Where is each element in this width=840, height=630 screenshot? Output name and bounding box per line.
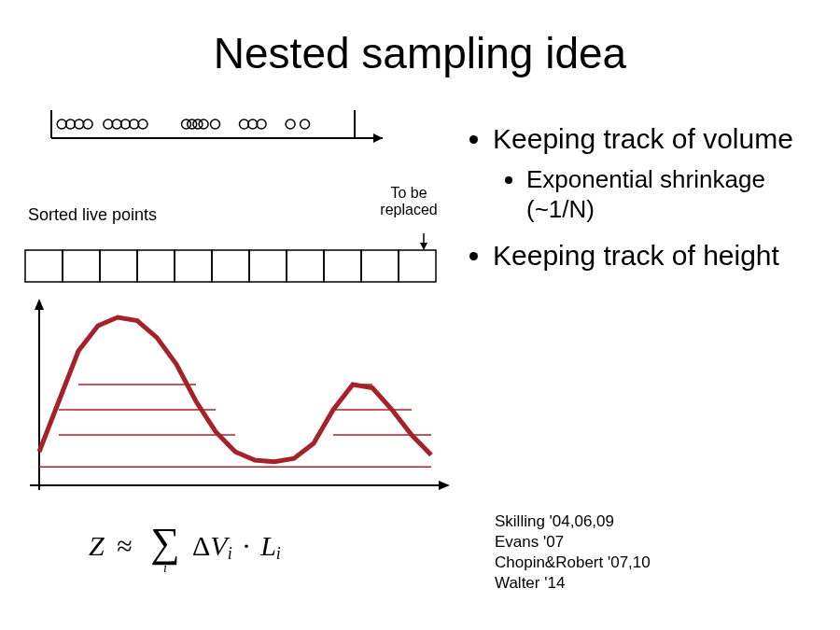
ref-chopin-robert: Chopin&Robert '07,10 — [495, 553, 651, 573]
bullet-height: Keeping track of height — [493, 238, 812, 273]
svg-point-16 — [199, 119, 208, 129]
svg-rect-33 — [399, 250, 436, 282]
svg-marker-39 — [439, 481, 450, 490]
svg-rect-25 — [100, 250, 137, 282]
svg-marker-37 — [35, 299, 44, 310]
formula-V: V — [210, 530, 227, 561]
svg-point-12 — [138, 119, 147, 129]
references: Skilling '04,06,09 Evans '07 Chopin&Robe… — [495, 511, 651, 594]
svg-rect-24 — [63, 250, 100, 282]
evidence-approx-formula: Z ≈ ∑ i ΔVi · Li — [89, 523, 281, 575]
svg-point-9 — [112, 119, 121, 129]
bullet-exp-shrinkage: Exponential shrinkage (~1/N) — [526, 164, 812, 225]
live-points-boxes — [21, 233, 459, 289]
to-replace-line2: replaced — [380, 202, 437, 217]
svg-rect-30 — [287, 250, 324, 282]
ref-skilling: Skilling '04,06,09 — [495, 511, 651, 532]
summation-symbol: ∑ i — [150, 523, 179, 575]
svg-point-5 — [66, 119, 76, 129]
svg-point-11 — [130, 119, 139, 129]
to-replace-line1: To be — [390, 185, 427, 201]
to-be-replaced-label: To be replaced — [371, 185, 446, 217]
sigma-icon: ∑ — [150, 523, 179, 564]
svg-point-22 — [301, 119, 310, 129]
formula-Z: Z — [89, 530, 105, 561]
sorted-points-label: Sorted live points — [28, 205, 157, 225]
svg-point-17 — [211, 119, 220, 129]
svg-rect-27 — [175, 250, 212, 282]
svg-rect-32 — [361, 250, 399, 282]
svg-point-7 — [83, 119, 92, 129]
svg-rect-28 — [212, 250, 249, 282]
svg-point-20 — [257, 119, 266, 129]
svg-point-8 — [104, 119, 113, 129]
bullet-volume: Keeping track of volume Exponential shri… — [493, 121, 812, 225]
bullet-list: Keeping track of volume Exponential shri… — [467, 121, 812, 278]
svg-rect-23 — [25, 250, 63, 282]
svg-rect-29 — [249, 250, 287, 282]
svg-point-4 — [57, 119, 66, 129]
svg-point-21 — [286, 119, 295, 129]
svg-marker-35 — [420, 243, 427, 250]
formula-Vi-sub: i — [228, 544, 232, 563]
svg-rect-26 — [137, 250, 175, 282]
formula-approx: ≈ — [117, 530, 132, 561]
formula-dot: · — [243, 530, 250, 561]
svg-point-6 — [75, 119, 84, 129]
svg-point-10 — [120, 119, 130, 129]
svg-point-19 — [248, 119, 258, 129]
formula-L: L — [260, 530, 276, 561]
samples-axis-diagram — [47, 101, 392, 157]
svg-point-18 — [240, 119, 249, 129]
ref-walter: Walter '14 — [495, 573, 651, 594]
formula-Li-sub: i — [276, 544, 281, 563]
likelihood-curve-chart — [21, 299, 450, 509]
page-title: Nested sampling idea — [0, 28, 840, 78]
formula-delta: Δ — [192, 530, 210, 561]
ref-evans: Evans '07 — [495, 532, 651, 553]
svg-rect-31 — [324, 250, 361, 282]
svg-marker-3 — [373, 133, 383, 143]
bullet-volume-text: Keeping track of volume — [493, 123, 793, 154]
